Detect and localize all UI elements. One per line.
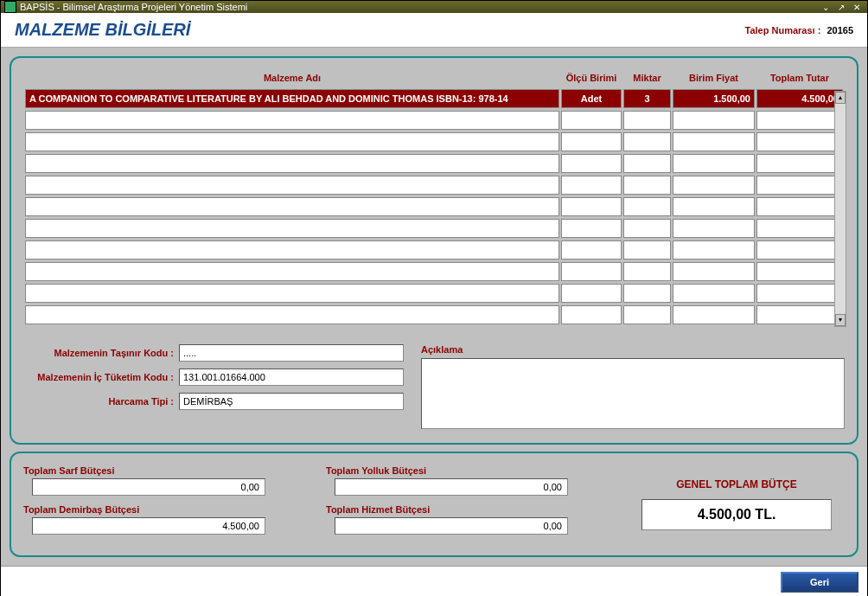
cell-total[interactable] (756, 240, 843, 260)
cell-qty[interactable] (623, 284, 671, 303)
table-row[interactable] (25, 176, 843, 195)
tasinir-input[interactable] (179, 344, 404, 362)
cell-unit[interactable] (561, 176, 622, 195)
harcama-input[interactable] (179, 393, 404, 410)
minimize-icon[interactable]: ⌄ (819, 1, 833, 13)
cell-qty[interactable] (623, 111, 671, 130)
cell-unit[interactable] (561, 111, 622, 130)
table-row[interactable] (25, 154, 843, 173)
cell-name[interactable] (25, 262, 559, 281)
demirbas-input[interactable] (32, 517, 265, 535)
materials-table: Malzeme Adı Ölçü Birimi Miktar Birim Fiy… (23, 67, 845, 327)
cell-qty[interactable] (623, 154, 671, 173)
window-title: BAPSİS - Bilimsel Araştırma Projeleri Yö… (20, 2, 247, 12)
sarf-label: Toplam Sarf Bütçesi (23, 465, 300, 476)
cell-qty[interactable] (623, 132, 671, 151)
cell-name[interactable] (25, 219, 559, 238)
hizmet-input[interactable] (335, 517, 568, 535)
cell-unit[interactable] (561, 262, 622, 281)
table-scrollbar[interactable]: ▴ ▾ (834, 91, 846, 327)
table-row[interactable] (25, 262, 843, 281)
cell-total[interactable]: 4.500,00 (756, 89, 843, 108)
cell-qty[interactable] (623, 176, 671, 195)
cell-unit_price[interactable] (673, 240, 755, 260)
cell-unit_price[interactable] (673, 305, 755, 324)
cell-unit_price[interactable] (673, 262, 755, 281)
materials-panel: Malzeme Adı Ölçü Birimi Miktar Birim Fiy… (10, 56, 858, 445)
yolluk-input[interactable] (335, 478, 568, 496)
cell-qty[interactable] (623, 240, 671, 260)
cell-total[interactable] (756, 305, 843, 324)
grand-total-label: GENEL TOPLAM BÜTÇE (676, 478, 797, 490)
cell-name[interactable] (25, 132, 559, 151)
cell-unit_price[interactable] (673, 219, 755, 238)
back-button[interactable]: Geri (781, 572, 858, 593)
cell-name[interactable] (25, 176, 559, 195)
footer-bar: Geri (1, 566, 867, 596)
table-row[interactable] (25, 219, 843, 238)
cell-total[interactable] (756, 262, 843, 281)
demirbas-label: Toplam Demirbaş Bütçesi (23, 504, 300, 515)
cell-name[interactable] (25, 197, 559, 216)
cell-name[interactable] (25, 284, 559, 303)
desc-textarea[interactable] (421, 358, 845, 429)
cell-unit_price[interactable] (673, 197, 755, 216)
cell-name[interactable] (25, 111, 559, 130)
sarf-input[interactable] (32, 478, 265, 496)
cell-unit_price[interactable] (673, 176, 755, 195)
cell-qty[interactable] (623, 262, 671, 281)
cell-total[interactable] (756, 132, 843, 151)
scroll-down-icon[interactable]: ▾ (835, 314, 846, 326)
scroll-up-icon[interactable]: ▴ (835, 92, 846, 104)
tuketim-input[interactable] (179, 368, 404, 386)
cell-unit[interactable] (561, 132, 622, 151)
cell-qty[interactable] (623, 197, 671, 216)
maximize-icon[interactable]: ↗ (834, 1, 848, 13)
page-title: MALZEME BİLGİLERİ (15, 20, 190, 40)
col-header-unit: Ölçü Birimi (561, 69, 622, 87)
cell-unit[interactable] (561, 154, 622, 173)
cell-total[interactable] (756, 219, 843, 238)
table-row[interactable] (25, 197, 843, 216)
cell-name[interactable] (25, 154, 559, 173)
grand-total-value: 4.500,00 TL. (641, 499, 832, 530)
close-icon[interactable]: ✕ (850, 1, 864, 13)
app-icon (4, 1, 16, 13)
cell-qty[interactable] (623, 305, 671, 324)
cell-unit[interactable] (561, 219, 622, 238)
cell-unit[interactable] (561, 284, 622, 303)
cell-unit_price[interactable] (673, 111, 755, 130)
content-area: Malzeme Adı Ölçü Birimi Miktar Birim Fiy… (1, 48, 867, 566)
cell-unit_price[interactable] (673, 284, 755, 303)
cell-unit_price[interactable] (673, 132, 755, 151)
cell-total[interactable] (756, 284, 843, 303)
cell-unit[interactable] (561, 305, 622, 324)
cell-name[interactable] (25, 305, 559, 324)
cell-total[interactable] (756, 197, 843, 216)
cell-total[interactable] (756, 111, 843, 130)
table-row[interactable] (25, 240, 843, 260)
header-bar: MALZEME BİLGİLERİ Talep Numarası : 20165 (1, 13, 867, 48)
cell-qty[interactable]: 3 (623, 89, 671, 108)
cell-name[interactable]: A COMPANION TO COMPARATIVE LITERATURE BY… (25, 89, 559, 108)
request-number: Talep Numarası : 20165 (745, 25, 853, 35)
cell-total[interactable] (756, 176, 843, 195)
table-row[interactable] (25, 132, 843, 151)
table-row[interactable]: A COMPANION TO COMPARATIVE LITERATURE BY… (25, 89, 843, 108)
cell-unit[interactable]: Adet (561, 89, 622, 108)
table-row[interactable] (25, 305, 843, 324)
cell-name[interactable] (25, 240, 559, 260)
col-header-unit-price: Birim Fiyat (673, 69, 755, 87)
cell-unit[interactable] (561, 197, 622, 216)
cell-qty[interactable] (623, 219, 671, 238)
harcama-label: Harcama Tipi : (23, 396, 179, 407)
cell-unit_price[interactable]: 1.500,00 (673, 89, 755, 108)
cell-unit[interactable] (561, 240, 622, 260)
cell-total[interactable] (756, 154, 843, 173)
app-window: BAPSİS - Bilimsel Araştırma Projeleri Yö… (0, 0, 868, 596)
yolluk-label: Toplam Yolluk Bütçesi (326, 465, 603, 476)
table-row[interactable] (25, 111, 843, 130)
cell-unit_price[interactable] (673, 154, 755, 173)
col-header-name: Malzeme Adı (25, 69, 559, 87)
table-row[interactable] (25, 284, 843, 303)
